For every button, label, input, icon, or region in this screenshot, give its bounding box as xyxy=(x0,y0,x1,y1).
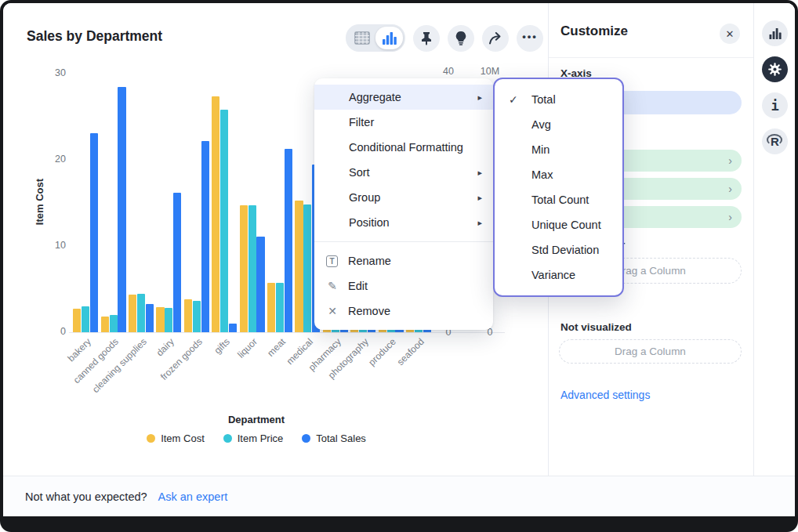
right-icon-rail: i R xyxy=(755,3,795,476)
bar-item-cost[interactable] xyxy=(156,307,164,332)
pencil-icon: ✎ xyxy=(325,280,339,292)
bar-total-sales[interactable] xyxy=(285,149,292,332)
menu-item-position[interactable]: Position▸ xyxy=(314,210,493,235)
rail-settings-button[interactable] xyxy=(762,56,788,82)
submenu-chevron-icon: ▸ xyxy=(477,92,482,103)
not-visualized-dropzone[interactable]: Drag a Column xyxy=(559,339,742,364)
submenu-item-total[interactable]: ✓Total xyxy=(495,87,622,112)
chevron-right-icon: › xyxy=(728,211,732,223)
bar-item-price[interactable] xyxy=(276,283,284,332)
bar-item-price[interactable] xyxy=(110,315,118,332)
submenu-item-unique-count[interactable]: Unique Count xyxy=(495,212,622,237)
menu-item-label: Rename xyxy=(348,255,391,267)
bar-item-price[interactable] xyxy=(165,308,172,332)
submenu-item-max[interactable]: Max xyxy=(495,162,622,187)
menu-item-rename[interactable]: TRename xyxy=(314,248,493,273)
bar-item-price[interactable] xyxy=(303,204,311,332)
menu-item-filter[interactable]: Filter xyxy=(314,110,493,135)
submenu-item-label: Max xyxy=(531,168,553,181)
bar-item-cost[interactable] xyxy=(73,309,81,332)
bar-total-sales[interactable] xyxy=(256,237,264,332)
legend-dot xyxy=(147,434,155,443)
legend-item-item-cost: Item Cost xyxy=(147,432,205,444)
info-icon: i xyxy=(771,98,778,114)
submenu-chevron-icon: ▸ xyxy=(477,193,482,203)
x-axis-title: Department xyxy=(72,414,441,425)
bar-item-price[interactable] xyxy=(220,110,228,332)
submenu-item-label: Unique Count xyxy=(531,219,601,231)
panel-divider xyxy=(549,57,753,58)
legend-item-total-sales: Total Sales xyxy=(302,432,366,444)
ask-an-expert-link[interactable]: Ask an expert xyxy=(158,490,228,503)
bar-item-cost[interactable] xyxy=(184,299,192,332)
rail-r-button[interactable]: R xyxy=(762,128,788,154)
y-axis-tick: 30 xyxy=(30,67,66,78)
menu-item-sort[interactable]: Sort▸ xyxy=(314,160,493,185)
submenu-chevron-icon: ▸ xyxy=(477,168,482,178)
legend-dot xyxy=(223,434,232,443)
close-icon: ✕ xyxy=(726,28,735,40)
color-dropzone-placeholder: Drag a Column xyxy=(615,265,686,277)
legend-label: Item Price xyxy=(238,432,284,444)
bar-item-cost[interactable] xyxy=(212,96,219,332)
chart-legend: Item CostItem PriceTotal Sales xyxy=(72,432,441,444)
menu-item-label: Conditional Formatting xyxy=(349,141,463,154)
menu-item-aggregate[interactable]: Aggregate▸ xyxy=(314,85,493,110)
submenu-item-variance[interactable]: Variance xyxy=(495,262,622,288)
menu-item-group[interactable]: Group▸ xyxy=(314,185,493,210)
submenu-item-avg[interactable]: Avg xyxy=(495,112,622,137)
bar-total-sales[interactable] xyxy=(90,133,98,332)
bar-total-sales[interactable] xyxy=(146,304,154,332)
menu-item-label: Sort xyxy=(349,166,370,179)
bar-total-sales[interactable] xyxy=(118,87,125,333)
submenu-item-label: Total xyxy=(531,93,556,106)
bar-total-sales[interactable] xyxy=(201,141,209,332)
submenu-chevron-icon: ▸ xyxy=(477,218,482,228)
menu-item-label: Edit xyxy=(348,280,368,292)
bar-item-cost[interactable] xyxy=(101,317,109,332)
bar-item-price[interactable] xyxy=(137,294,145,332)
bar-item-cost[interactable] xyxy=(240,205,248,332)
r-logo-icon: R xyxy=(771,135,779,148)
x-icon: ✕ xyxy=(325,305,339,317)
bar-total-sales[interactable] xyxy=(229,324,237,332)
column-context-menu: Aggregate▸FilterConditional FormattingSo… xyxy=(314,78,493,330)
rail-info-button[interactable]: i xyxy=(762,92,788,118)
checkmark-icon: ✓ xyxy=(509,93,518,106)
menu-divider xyxy=(314,241,493,242)
rail-chart-button[interactable] xyxy=(762,20,788,46)
submenu-item-std-deviation[interactable]: Std Deviation xyxy=(495,237,622,262)
rename-icon: T xyxy=(326,255,338,267)
bar-item-cost[interactable] xyxy=(267,283,275,332)
footer-question: Not what you expected? xyxy=(25,490,147,503)
close-panel-button[interactable]: ✕ xyxy=(720,24,740,44)
not-visualized-label: Not visualized xyxy=(560,321,632,333)
legend-dot xyxy=(302,434,310,443)
bar-item-price[interactable] xyxy=(82,306,89,332)
y-axis-tick: 0 xyxy=(30,326,66,337)
menu-item-conditional-formatting[interactable]: Conditional Formatting xyxy=(314,135,493,160)
submenu-item-label: Min xyxy=(531,143,550,156)
bar-item-price[interactable] xyxy=(193,301,201,332)
submenu-item-total-count[interactable]: Total Count xyxy=(495,187,622,212)
menu-item-label: Position xyxy=(349,216,390,229)
submenu-item-min[interactable]: Min xyxy=(495,137,622,162)
submenu-item-label: Total Count xyxy=(531,194,589,206)
bar-item-price[interactable] xyxy=(248,205,256,332)
bar-item-cost[interactable] xyxy=(129,295,136,332)
submenu-item-label: Avg xyxy=(531,118,551,131)
panel-title: Customize xyxy=(560,24,628,39)
footer-bar: Not what you expected? Ask an expert xyxy=(3,476,795,516)
advanced-settings-link[interactable]: Advanced settings xyxy=(560,389,650,401)
bar-item-cost[interactable] xyxy=(295,201,303,332)
not-visualized-placeholder: Drag a Column xyxy=(615,346,686,357)
app-window: Sales by Department xyxy=(0,0,798,532)
chevron-right-icon: › xyxy=(728,154,732,167)
menu-item-remove[interactable]: ✕Remove xyxy=(314,299,493,324)
menu-item-label: Group xyxy=(349,191,380,204)
chevron-right-icon: › xyxy=(728,183,732,195)
y-axis-title: Item Cost xyxy=(34,155,45,249)
bar-total-sales[interactable] xyxy=(173,193,181,332)
legend-label: Total Sales xyxy=(316,432,366,444)
menu-item-edit[interactable]: ✎Edit xyxy=(314,273,493,299)
